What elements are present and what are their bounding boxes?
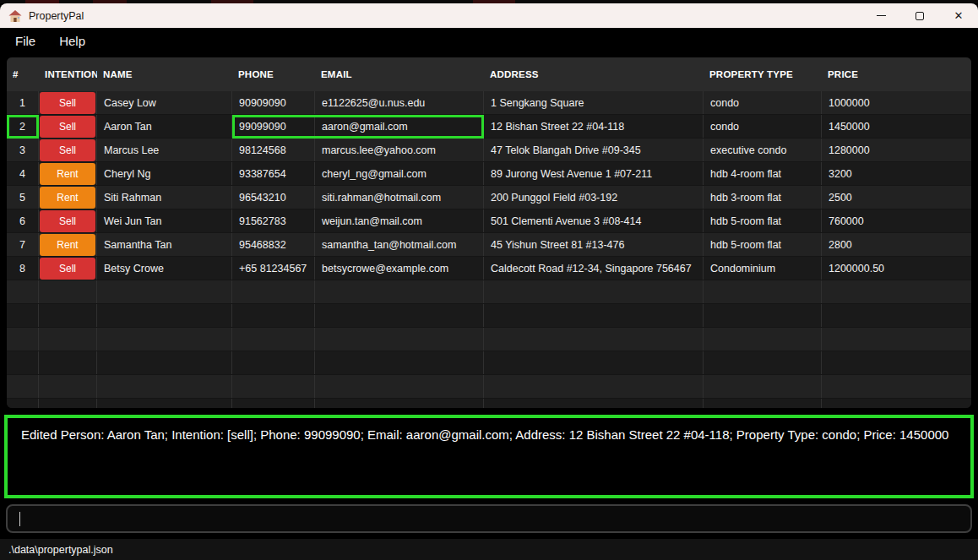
- person-table[interactable]: #INTENTIONNAMEPHONEEMAILADDRESSPROPERTY …: [7, 57, 971, 408]
- cell-price: 2800: [822, 233, 971, 256]
- table-empty-row: [7, 351, 971, 375]
- cell-index: 6: [7, 209, 39, 232]
- app-house-icon: [8, 9, 22, 23]
- column-header--[interactable]: #: [7, 69, 39, 79]
- cell-index: [7, 375, 39, 398]
- text-caret: [19, 512, 20, 526]
- cell-intention: Sell: [39, 209, 97, 232]
- menu-bar: File Help: [0, 28, 978, 53]
- cell-address: 47 Telok Blangah Drive #09-345: [484, 139, 704, 161]
- cell-index: 5: [7, 186, 39, 209]
- column-header-address[interactable]: ADDRESS: [484, 69, 704, 79]
- cell-intention: Sell: [39, 115, 97, 138]
- cell-email: marcus.lee@yahoo.com: [315, 139, 484, 161]
- cell-intention: Rent: [39, 162, 97, 185]
- table-empty-row: [7, 399, 971, 408]
- cell-intention: Rent: [39, 233, 97, 256]
- cell-intention: [39, 328, 97, 351]
- cell-index: [7, 280, 39, 303]
- cell-price: 1000000: [822, 91, 971, 114]
- column-header-email[interactable]: EMAIL: [315, 69, 484, 79]
- title-bar-left: PropertyPal: [0, 9, 84, 23]
- cell-property_type: hdb 5-room flat: [704, 209, 822, 232]
- cell-property_type: hdb 5-room flat: [704, 233, 822, 256]
- intention-badge: Rent: [40, 163, 95, 185]
- table-empty-row: [7, 375, 971, 399]
- table-row[interactable]: 1SellCasey Low90909090e1122625@u.nus.edu…: [7, 91, 971, 115]
- cell-price: [822, 351, 971, 374]
- cell-index: 3: [7, 139, 39, 161]
- cell-name: [97, 375, 232, 398]
- cell-price: [822, 375, 971, 398]
- cell-phone: [232, 304, 315, 327]
- cell-phone: 95468832: [232, 233, 315, 256]
- cell-email: [315, 399, 484, 408]
- table-empty-row: [7, 304, 971, 328]
- cell-email: e1122625@u.nus.edu: [315, 91, 484, 114]
- cell-address: [484, 375, 704, 398]
- menu-file[interactable]: File: [15, 34, 35, 48]
- cell-email: betsycrowe@example.com: [315, 257, 484, 280]
- cell-property_type: Condominium: [704, 257, 822, 280]
- cell-price: 760000: [822, 209, 971, 232]
- cell-price: 3200: [822, 162, 971, 185]
- cell-name: Casey Low: [97, 91, 232, 114]
- result-display[interactable]: Edited Person: Aaron Tan; Intention: [se…: [4, 415, 974, 498]
- cell-name: Marcus Lee: [97, 139, 232, 161]
- cell-index: 7: [7, 233, 39, 256]
- table-empty-row: [7, 280, 971, 304]
- table-row[interactable]: 6SellWei Jun Tan91562783weijun.tan@mail.…: [7, 209, 971, 233]
- cell-phone: 91562783: [232, 209, 315, 232]
- column-header-intention[interactable]: INTENTION: [39, 69, 97, 79]
- cell-index: [7, 328, 39, 351]
- cell-address: [484, 280, 704, 303]
- cell-address: [484, 328, 704, 351]
- cell-name: [97, 351, 232, 374]
- column-header-phone[interactable]: PHONE: [232, 69, 315, 79]
- window-title: PropertyPal: [29, 10, 84, 22]
- table-row[interactable]: 8SellBetsy Crowe+65 81234567betsycrowe@e…: [7, 257, 971, 280]
- intention-badge: Sell: [40, 92, 95, 114]
- cell-intention: [39, 351, 97, 374]
- intention-badge: Sell: [40, 210, 95, 232]
- cell-name: Samantha Tan: [97, 233, 232, 256]
- table-empty-row: [7, 328, 971, 351]
- table-row[interactable]: 2SellAaron Tan99099090aaron@gmail.com12 …: [7, 115, 971, 139]
- cell-email: [315, 328, 484, 351]
- cell-index: [7, 351, 39, 374]
- cell-property_type: condo: [704, 115, 822, 138]
- table-row[interactable]: 5RentSiti Rahman96543210siti.rahman@hotm…: [7, 186, 971, 209]
- column-header-property-type[interactable]: PROPERTY TYPE: [704, 69, 822, 79]
- cell-intention: Rent: [39, 186, 97, 209]
- status-bar: .\data\propertypal.json: [0, 539, 978, 560]
- cell-address: [484, 304, 704, 327]
- column-header-name[interactable]: NAME: [97, 69, 232, 79]
- cell-intention: Sell: [39, 139, 97, 161]
- cell-phone: +65 81234567: [232, 257, 315, 280]
- cell-address: 501 Clementi Avenue 3 #08-414: [484, 209, 704, 232]
- cell-name: [97, 399, 232, 408]
- table-row[interactable]: 4RentCheryl Ng93387654cheryl_ng@gmail.co…: [7, 162, 971, 186]
- cell-property_type: [704, 399, 822, 408]
- cell-address: [484, 351, 704, 374]
- cell-property_type: [704, 304, 822, 327]
- cell-address: 12 Bishan Street 22 #04-118: [484, 115, 704, 138]
- cell-property_type: [704, 280, 822, 303]
- close-button[interactable]: ✕: [939, 3, 978, 28]
- cell-intention: [39, 304, 97, 327]
- column-header-price[interactable]: PRICE: [822, 69, 971, 79]
- cell-property_type: [704, 375, 822, 398]
- cell-phone: [232, 280, 315, 303]
- maximize-button[interactable]: [900, 3, 939, 28]
- table-row[interactable]: 3SellMarcus Lee98124568marcus.lee@yahoo.…: [7, 139, 971, 162]
- cell-address: [484, 399, 704, 408]
- command-input[interactable]: [6, 504, 972, 533]
- table-row[interactable]: 7RentSamantha Tan95468832samantha_tan@ho…: [7, 233, 971, 257]
- cell-property_type: condo: [704, 91, 822, 114]
- cell-email: [315, 304, 484, 327]
- cell-price: [822, 280, 971, 303]
- minimize-button[interactable]: [861, 3, 900, 28]
- cell-intention: [39, 280, 97, 303]
- menu-help[interactable]: Help: [59, 34, 85, 48]
- cell-name: Siti Rahman: [97, 186, 232, 209]
